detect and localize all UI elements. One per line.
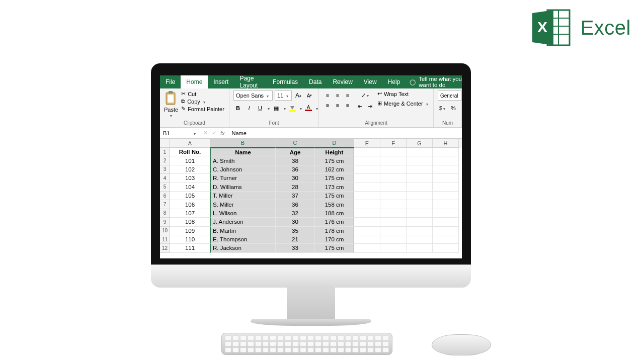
col-header-C[interactable]: C bbox=[276, 139, 315, 148]
cell[interactable] bbox=[380, 209, 407, 218]
cell[interactable]: R. Jackson bbox=[210, 244, 276, 252]
cell[interactable] bbox=[354, 192, 380, 200]
cell[interactable] bbox=[354, 218, 380, 226]
cell[interactable]: Height bbox=[315, 148, 354, 156]
cell[interactable] bbox=[354, 244, 380, 252]
cell[interactable]: 110 bbox=[170, 235, 210, 244]
tab-data[interactable]: Data bbox=[303, 75, 327, 88]
cell[interactable] bbox=[380, 183, 407, 192]
col-header-D[interactable]: D bbox=[315, 139, 354, 148]
cell[interactable] bbox=[407, 192, 433, 200]
col-header-G[interactable]: G bbox=[407, 139, 433, 148]
cell[interactable] bbox=[354, 209, 380, 218]
cell[interactable] bbox=[433, 218, 459, 226]
cell[interactable]: R. Turner bbox=[210, 174, 276, 183]
cell[interactable]: 28 bbox=[276, 183, 315, 192]
cell[interactable]: 162 cm bbox=[315, 165, 354, 174]
cell[interactable]: 35 bbox=[276, 227, 315, 235]
cell[interactable] bbox=[380, 165, 407, 174]
name-box[interactable]: B1 bbox=[160, 128, 199, 138]
formula-input[interactable]: Name bbox=[229, 130, 250, 136]
italic-button[interactable]: I bbox=[245, 104, 254, 113]
cell[interactable]: Roll No. bbox=[170, 148, 210, 156]
row-header[interactable]: 9 bbox=[160, 218, 170, 226]
cell[interactable] bbox=[433, 174, 459, 183]
cell[interactable] bbox=[354, 148, 380, 156]
tab-page-layout[interactable]: Page Layout bbox=[234, 75, 267, 88]
cell[interactable] bbox=[380, 200, 407, 209]
cell[interactable] bbox=[380, 192, 407, 200]
cell[interactable] bbox=[407, 183, 433, 192]
cell[interactable]: 30 bbox=[276, 218, 315, 226]
cell[interactable]: 37 bbox=[276, 192, 315, 200]
grow-font-button[interactable]: A▴ bbox=[294, 91, 303, 100]
cell[interactable]: 102 bbox=[170, 165, 210, 174]
cell[interactable]: 188 cm bbox=[315, 209, 354, 218]
cell[interactable] bbox=[354, 235, 380, 244]
col-header-B[interactable]: B bbox=[210, 139, 276, 148]
cell[interactable] bbox=[407, 165, 433, 174]
cell[interactable]: 33 bbox=[276, 244, 315, 252]
cell[interactable] bbox=[433, 235, 459, 244]
cell[interactable]: 109 bbox=[170, 227, 210, 235]
cell[interactable] bbox=[433, 192, 459, 200]
merge-center-button[interactable]: ⊞ Merge & Center bbox=[377, 100, 428, 107]
select-all-corner[interactable] bbox=[160, 139, 170, 148]
row-header[interactable]: 5 bbox=[160, 183, 170, 192]
cell[interactable]: 38 bbox=[276, 156, 315, 165]
cell[interactable] bbox=[407, 174, 433, 183]
row-header[interactable]: 6 bbox=[160, 192, 170, 200]
tab-review[interactable]: Review bbox=[327, 75, 358, 88]
font-name-combo[interactable]: Open Sans bbox=[233, 90, 273, 101]
row-header[interactable]: 10 bbox=[160, 227, 170, 235]
align-bottom-button[interactable]: ≡ bbox=[343, 90, 352, 100]
shrink-font-button[interactable]: A▾ bbox=[305, 91, 314, 100]
cell[interactable]: 21 bbox=[276, 235, 315, 244]
cell[interactable]: 36 bbox=[276, 165, 315, 174]
decrease-indent-button[interactable]: ⇤ bbox=[355, 102, 364, 111]
align-center-button[interactable]: ≡ bbox=[333, 101, 342, 110]
tab-file[interactable]: File bbox=[160, 75, 181, 88]
cell[interactable]: 108 bbox=[170, 218, 210, 226]
row-header[interactable]: 3 bbox=[160, 165, 170, 174]
underline-button[interactable]: U bbox=[256, 104, 265, 113]
cell[interactable]: 104 bbox=[170, 183, 210, 192]
orientation-button[interactable]: ⤢ bbox=[355, 90, 374, 100]
tell-me-search[interactable]: Tell me what you want to do bbox=[410, 75, 462, 88]
cell[interactable] bbox=[433, 183, 459, 192]
align-right-button[interactable]: ≡ bbox=[343, 101, 352, 110]
cell[interactable]: 101 bbox=[170, 156, 210, 165]
cell[interactable] bbox=[433, 244, 459, 252]
row-header[interactable]: 4 bbox=[160, 174, 170, 183]
copy-button[interactable]: Copy bbox=[181, 98, 224, 105]
cell[interactable]: 107 bbox=[170, 209, 210, 218]
cell[interactable] bbox=[354, 183, 380, 192]
cell[interactable]: B. Martin bbox=[210, 227, 276, 235]
cell[interactable]: 32 bbox=[276, 209, 315, 218]
cell[interactable]: 170 cm bbox=[315, 235, 354, 244]
bold-button[interactable]: B bbox=[233, 104, 243, 113]
cell[interactable] bbox=[407, 200, 433, 209]
cell[interactable] bbox=[380, 148, 407, 156]
cell[interactable]: 175 cm bbox=[315, 156, 354, 165]
cell[interactable]: D. Williams bbox=[210, 183, 276, 192]
fill-color-button[interactable] bbox=[288, 104, 297, 113]
row-header[interactable]: 11 bbox=[160, 235, 170, 244]
cell[interactable]: L. Wilson bbox=[210, 209, 276, 218]
cell[interactable] bbox=[380, 244, 407, 252]
cell[interactable] bbox=[407, 227, 433, 235]
wrap-text-button[interactable]: ↩ Wrap Text bbox=[377, 90, 428, 97]
cell[interactable] bbox=[433, 209, 459, 218]
cell[interactable] bbox=[407, 209, 433, 218]
formula-enter-icon[interactable]: ✓ bbox=[212, 130, 216, 136]
row-header[interactable]: 12 bbox=[160, 244, 170, 252]
cell[interactable] bbox=[407, 218, 433, 226]
col-header-A[interactable]: A bbox=[170, 139, 210, 148]
cell[interactable] bbox=[407, 235, 433, 244]
cell[interactable]: 30 bbox=[276, 174, 315, 183]
cell[interactable] bbox=[433, 148, 459, 156]
column-headers[interactable]: A B C D E F G H bbox=[170, 139, 462, 148]
cell[interactable] bbox=[380, 174, 407, 183]
increase-indent-button[interactable]: ⇥ bbox=[365, 102, 374, 111]
cell[interactable]: T. Miller bbox=[210, 192, 276, 200]
